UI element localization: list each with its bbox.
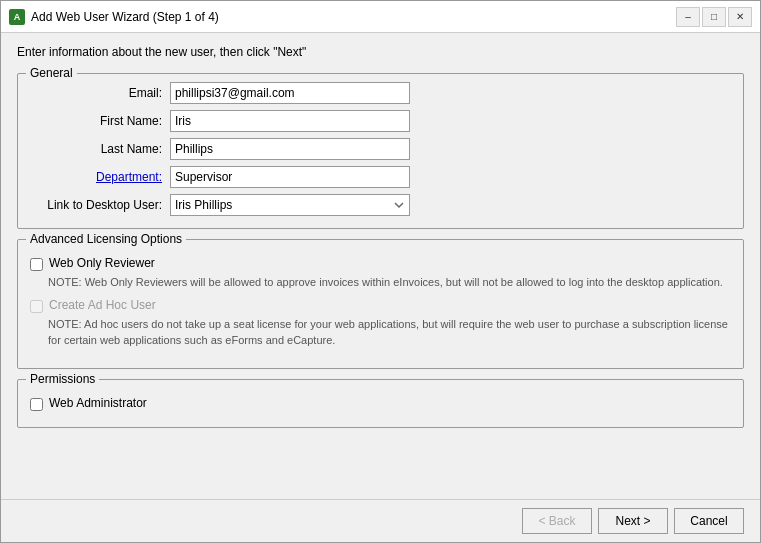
footer: < Back Next > Cancel	[1, 499, 760, 542]
email-field[interactable]	[170, 82, 410, 104]
department-label[interactable]: Department:	[30, 170, 170, 184]
web-only-reviewer-checkbox[interactable]	[30, 258, 43, 271]
general-legend: General	[26, 66, 77, 80]
lastname-row: Last Name:	[30, 138, 731, 160]
adhoc-user-row: Create Ad Hoc User	[30, 298, 731, 313]
web-only-reviewer-label: Web Only Reviewer	[49, 256, 155, 270]
desktop-user-row: Link to Desktop User: Iris Phillips	[30, 194, 731, 216]
email-row: Email:	[30, 82, 731, 104]
window-title: Add Web User Wizard (Step 1 of 4)	[31, 10, 670, 24]
main-window: A Add Web User Wizard (Step 1 of 4) – □ …	[0, 0, 761, 543]
web-admin-row: Web Administrator	[30, 396, 731, 411]
permissions-section: Permissions Web Administrator	[17, 379, 744, 428]
maximize-button[interactable]: □	[702, 7, 726, 27]
general-section: General Email: First Name: Last Name: De…	[17, 73, 744, 229]
app-icon: A	[9, 9, 25, 25]
email-label: Email:	[30, 86, 170, 100]
adhoc-user-note: NOTE: Ad hoc users do not take up a seat…	[48, 317, 731, 348]
adhoc-user-checkbox[interactable]	[30, 300, 43, 313]
firstname-field[interactable]	[170, 110, 410, 132]
web-admin-checkbox[interactable]	[30, 398, 43, 411]
lastname-field[interactable]	[170, 138, 410, 160]
firstname-row: First Name:	[30, 110, 731, 132]
back-button[interactable]: < Back	[522, 508, 592, 534]
lastname-label: Last Name:	[30, 142, 170, 156]
title-bar: A Add Web User Wizard (Step 1 of 4) – □ …	[1, 1, 760, 33]
permissions-legend: Permissions	[26, 372, 99, 386]
web-only-reviewer-note: NOTE: Web Only Reviewers will be allowed…	[48, 275, 731, 290]
minimize-button[interactable]: –	[676, 7, 700, 27]
close-button[interactable]: ✕	[728, 7, 752, 27]
web-admin-label: Web Administrator	[49, 396, 147, 410]
window-content: Enter information about the new user, th…	[1, 33, 760, 499]
department-row: Department:	[30, 166, 731, 188]
web-only-reviewer-row: Web Only Reviewer	[30, 256, 731, 271]
firstname-label: First Name:	[30, 114, 170, 128]
adhoc-user-label: Create Ad Hoc User	[49, 298, 156, 312]
advanced-legend: Advanced Licensing Options	[26, 232, 186, 246]
advanced-section: Advanced Licensing Options Web Only Revi…	[17, 239, 744, 369]
next-button[interactable]: Next >	[598, 508, 668, 534]
desktop-user-select[interactable]: Iris Phillips	[170, 194, 410, 216]
desktop-user-label: Link to Desktop User:	[30, 198, 170, 212]
intro-text: Enter information about the new user, th…	[17, 45, 744, 59]
cancel-button[interactable]: Cancel	[674, 508, 744, 534]
window-controls: – □ ✕	[676, 7, 752, 27]
department-field[interactable]	[170, 166, 410, 188]
